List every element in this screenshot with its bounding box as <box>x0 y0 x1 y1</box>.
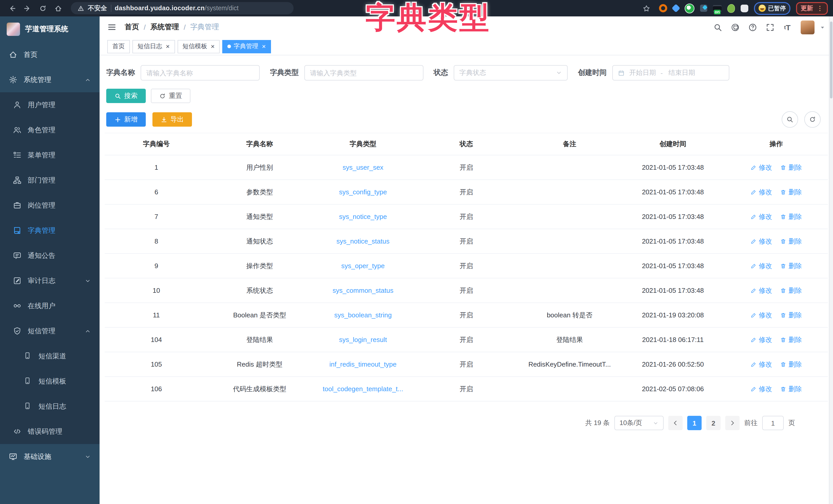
cell-type-link[interactable]: sys_oper_type <box>311 254 415 278</box>
sidebar-item-3[interactable]: 角色管理 <box>0 118 100 143</box>
edit-link[interactable]: 修改 <box>751 187 772 197</box>
edit-link[interactable]: 修改 <box>751 335 772 344</box>
sidebar-item-14[interactable]: 短信日志 <box>0 394 100 419</box>
page-size-select[interactable]: 10条/页 <box>614 416 664 430</box>
close-icon[interactable]: × <box>166 43 170 50</box>
breadcrumb-item-0[interactable]: 首页 <box>125 23 139 32</box>
tab-3[interactable]: 字典管理× <box>222 40 271 53</box>
close-icon[interactable]: × <box>211 43 215 50</box>
cell-type-link[interactable]: tool_codegen_template_t... <box>311 377 415 401</box>
delete-link[interactable]: 删除 <box>780 286 802 295</box>
tab-1[interactable]: 短信日志× <box>133 40 175 53</box>
app-logo[interactable]: 芋道管理系统 <box>0 17 100 42</box>
edit-link[interactable]: 修改 <box>751 310 772 320</box>
edit-link[interactable]: 修改 <box>751 163 772 172</box>
extension-ring-icon[interactable] <box>659 4 667 12</box>
forward-icon[interactable] <box>21 2 34 14</box>
goto-page-input[interactable] <box>762 416 784 430</box>
font-size-icon[interactable]: tT <box>780 20 794 34</box>
more-dots-icon[interactable] <box>816 5 823 11</box>
sidebar-item-1[interactable]: 系统管理 <box>0 67 100 92</box>
delete-link[interactable]: 删除 <box>780 384 802 394</box>
sidebar-item-5[interactable]: 部门管理 <box>0 168 100 193</box>
delete-link[interactable]: 删除 <box>780 261 802 271</box>
sidebar-item-15[interactable]: 错误码管理 <box>0 419 100 444</box>
prev-page-button[interactable] <box>668 416 683 430</box>
hamburger-icon[interactable] <box>107 23 117 32</box>
extension-grid-icon[interactable] <box>700 5 707 12</box>
user-avatar[interactable] <box>801 20 814 34</box>
sidebar-item-16[interactable]: 基础设施 <box>0 444 100 469</box>
sidebar-item-12[interactable]: 短信渠道 <box>0 344 100 369</box>
sidebar-item-13[interactable]: 短信模板 <box>0 369 100 394</box>
cell-type-link[interactable]: sys_common_status <box>311 278 415 303</box>
fullscreen-icon[interactable] <box>763 20 777 34</box>
edit-link[interactable]: 修改 <box>751 236 772 246</box>
sidebar-item-6[interactable]: 岗位管理 <box>0 193 100 218</box>
sidebar-item-7[interactable]: 字典管理 <box>0 218 100 243</box>
sidebar-item-4[interactable]: 菜单管理 <box>0 143 100 168</box>
sidebar-item-10[interactable]: 在线用户 <box>0 293 100 319</box>
status-select[interactable]: 字典状态 <box>454 65 568 80</box>
page-scrollbar[interactable] <box>829 17 833 504</box>
next-page-button[interactable] <box>725 416 740 430</box>
search-button[interactable]: 搜索 <box>106 89 146 103</box>
cell-type-link[interactable]: sys_config_type <box>311 180 415 204</box>
sidebar-item-2[interactable]: 用户管理 <box>0 92 100 118</box>
edit-link[interactable]: 修改 <box>751 384 772 394</box>
back-icon[interactable] <box>5 2 19 14</box>
edit-link[interactable]: 修改 <box>751 286 772 295</box>
cell-type-link[interactable]: sys_notice_type <box>311 204 415 229</box>
extension-green-icon[interactable] <box>684 3 694 13</box>
tab-0[interactable]: 首页 <box>107 40 130 53</box>
search-icon[interactable] <box>710 20 725 34</box>
delete-link[interactable]: 删除 <box>780 335 802 344</box>
edit-link[interactable]: 修改 <box>751 212 772 221</box>
refresh-button[interactable] <box>804 111 821 128</box>
chevron-down-icon[interactable] <box>820 24 825 30</box>
delete-link[interactable]: 删除 <box>780 310 802 320</box>
url-bar[interactable]: 不安全 dashboard.yudao.iocoder.cn/system/di… <box>71 2 293 14</box>
delete-link[interactable]: 删除 <box>780 236 802 246</box>
dict-type-input[interactable] <box>304 65 423 80</box>
cell-type-link[interactable]: sys_login_result <box>311 327 415 352</box>
tab-2[interactable]: 短信模板× <box>177 40 220 53</box>
breadcrumb-item-1[interactable]: 系统管理 <box>150 23 179 32</box>
browser-update-button[interactable]: 更新 <box>796 2 828 15</box>
edit-link[interactable]: 修改 <box>751 261 772 271</box>
reload-icon[interactable] <box>36 2 49 14</box>
dict-name-input[interactable] <box>141 65 260 80</box>
sidebar-item-11[interactable]: 短信管理 <box>0 319 100 344</box>
extension-gem-icon[interactable] <box>671 4 680 12</box>
reset-button[interactable]: 重置 <box>151 89 190 103</box>
toggle-search-button[interactable] <box>782 111 798 128</box>
extension-puzzle-icon[interactable] <box>740 4 748 12</box>
browser-home-icon[interactable] <box>51 2 65 14</box>
paused-extension-pill[interactable]: 已暂停 <box>754 2 790 15</box>
cell-type-link[interactable]: sys_user_sex <box>311 155 415 180</box>
delete-link[interactable]: 删除 <box>780 163 802 172</box>
sidebar-item-8[interactable]: 通知公告 <box>0 243 100 268</box>
sidebar-item-9[interactable]: 审计日志 <box>0 268 100 293</box>
github-icon[interactable] <box>728 20 742 34</box>
delete-link[interactable]: 删除 <box>780 187 802 197</box>
extension-plant-icon[interactable] <box>727 4 735 12</box>
cell-type-link[interactable]: sys_notice_status <box>311 229 415 254</box>
monitor-icon <box>9 452 18 461</box>
star-icon[interactable] <box>640 2 653 14</box>
scrollbar-thumb[interactable] <box>830 22 832 98</box>
delete-link[interactable]: 删除 <box>780 360 802 369</box>
close-icon[interactable]: × <box>262 43 266 50</box>
page-number-1[interactable]: 1 <box>687 416 701 430</box>
export-button[interactable]: 导出 <box>152 112 192 127</box>
date-range-picker[interactable]: 开始日期 - 结束日期 <box>612 65 729 80</box>
cell-type-link[interactable]: inf_redis_timeout_type <box>311 352 415 377</box>
sidebar-item-0[interactable]: 首页 <box>0 42 100 67</box>
help-icon[interactable] <box>745 20 760 34</box>
edit-link[interactable]: 修改 <box>751 360 772 369</box>
cell-type-link[interactable]: sys_boolean_string <box>311 303 415 327</box>
delete-link[interactable]: 删除 <box>780 212 802 221</box>
extension-on-badge-icon[interactable] <box>713 5 721 11</box>
add-button[interactable]: 新增 <box>106 112 146 127</box>
page-number-2[interactable]: 2 <box>706 416 721 430</box>
